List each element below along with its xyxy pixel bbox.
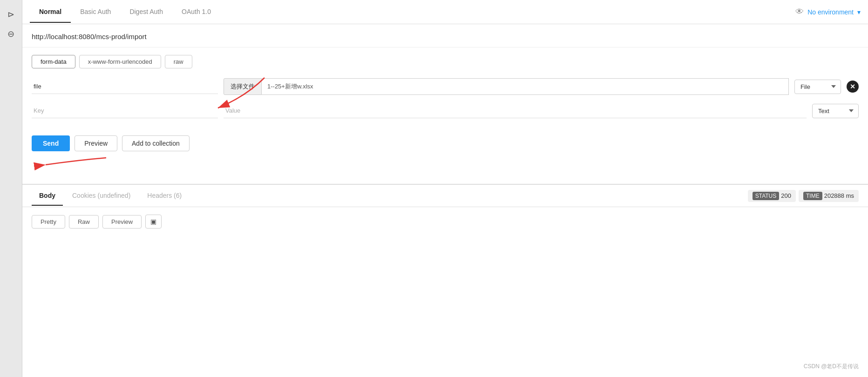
key-input-new[interactable] bbox=[32, 103, 218, 118]
sidebar-icon-2[interactable]: ⊖ bbox=[7, 29, 14, 39]
add-to-collection-button[interactable]: Add to collection bbox=[122, 135, 190, 151]
body-type-section: form-data x-www-form-urlencoded raw bbox=[22, 47, 868, 73]
tab-cookies[interactable]: Cookies (undefined) bbox=[65, 186, 138, 206]
time-label: TIME bbox=[803, 192, 822, 200]
status-badges: STATUS 200 TIME 202888 ms bbox=[748, 190, 859, 202]
format-tab-raw[interactable]: Raw bbox=[69, 215, 99, 229]
tab-urlencoded[interactable]: x-www-form-urlencoded bbox=[79, 55, 161, 68]
send-button[interactable]: Send bbox=[32, 135, 70, 151]
env-selector[interactable]: 👁 No environment ▾ bbox=[795, 7, 861, 17]
tab-body[interactable]: Body bbox=[32, 186, 63, 206]
type-select-file[interactable]: File Text bbox=[794, 80, 841, 94]
env-label: No environment bbox=[807, 8, 854, 16]
choose-file-button[interactable]: 选择文件 bbox=[224, 78, 262, 95]
status-label: STATUS bbox=[753, 192, 780, 200]
tab-basic-auth[interactable]: Basic Auth bbox=[71, 1, 120, 23]
sidebar: ⊳ ⊖ bbox=[0, 0, 22, 377]
tab-digest-auth[interactable]: Digest Auth bbox=[120, 1, 172, 23]
preview-button[interactable]: Preview bbox=[75, 135, 117, 151]
tab-raw[interactable]: raw bbox=[165, 55, 192, 68]
sidebar-icon-1[interactable]: ⊳ bbox=[7, 9, 14, 20]
status-badge: STATUS 200 bbox=[748, 190, 796, 202]
format-tabs: Pretty Raw Preview ▣ bbox=[22, 207, 868, 236]
value-input-new[interactable] bbox=[224, 103, 807, 118]
status-value: 200 bbox=[781, 192, 791, 199]
url-bar: http://localhost:8080/mcs-prod/import bbox=[22, 24, 868, 47]
key-input-file[interactable] bbox=[32, 79, 218, 94]
tab-headers[interactable]: Headers (6) bbox=[140, 186, 189, 206]
time-value: 202888 ms bbox=[824, 192, 854, 199]
tab-normal[interactable]: Normal bbox=[30, 1, 71, 23]
watermark: CSDN @老D不是传说 bbox=[804, 363, 859, 370]
action-buttons: Send Preview Add to collection bbox=[22, 129, 868, 159]
form-row-file: 选择文件 1--25+新增w.xlsx File Text ✕ bbox=[32, 77, 859, 96]
form-row-key-value: Text File bbox=[32, 101, 859, 121]
response-tabs: Body Cookies (undefined) Headers (6) STA… bbox=[22, 185, 868, 207]
url-value[interactable]: http://localhost:8080/mcs-prod/import bbox=[32, 33, 147, 40]
tab-form-data[interactable]: form-data bbox=[32, 55, 75, 68]
type-select-new[interactable]: Text File bbox=[812, 104, 859, 118]
remove-file-button[interactable]: ✕ bbox=[847, 81, 859, 93]
time-badge: TIME 202888 ms bbox=[799, 190, 859, 202]
format-tab-pretty[interactable]: Pretty bbox=[32, 215, 65, 229]
body-type-tabs: form-data x-www-form-urlencoded raw bbox=[32, 55, 859, 68]
main-content: Normal Basic Auth Digest Auth OAuth 1.0 … bbox=[22, 0, 868, 377]
response-section: Body Cookies (undefined) Headers (6) STA… bbox=[22, 184, 868, 236]
auth-tabs-bar: Normal Basic Auth Digest Auth OAuth 1.0 … bbox=[22, 0, 868, 24]
eye-icon: 👁 bbox=[795, 7, 804, 17]
copy-icon-button[interactable]: ▣ bbox=[145, 215, 162, 229]
chevron-down-icon: ▾ bbox=[857, 8, 861, 16]
format-tab-preview[interactable]: Preview bbox=[102, 215, 142, 229]
file-input-wrapper: 选择文件 1--25+新增w.xlsx bbox=[224, 78, 789, 95]
tab-oauth[interactable]: OAuth 1.0 bbox=[172, 1, 220, 23]
form-data-section: 选择文件 1--25+新增w.xlsx File Text ✕ Text Fil… bbox=[22, 73, 868, 129]
file-name-display: 1--25+新增w.xlsx bbox=[262, 78, 789, 95]
